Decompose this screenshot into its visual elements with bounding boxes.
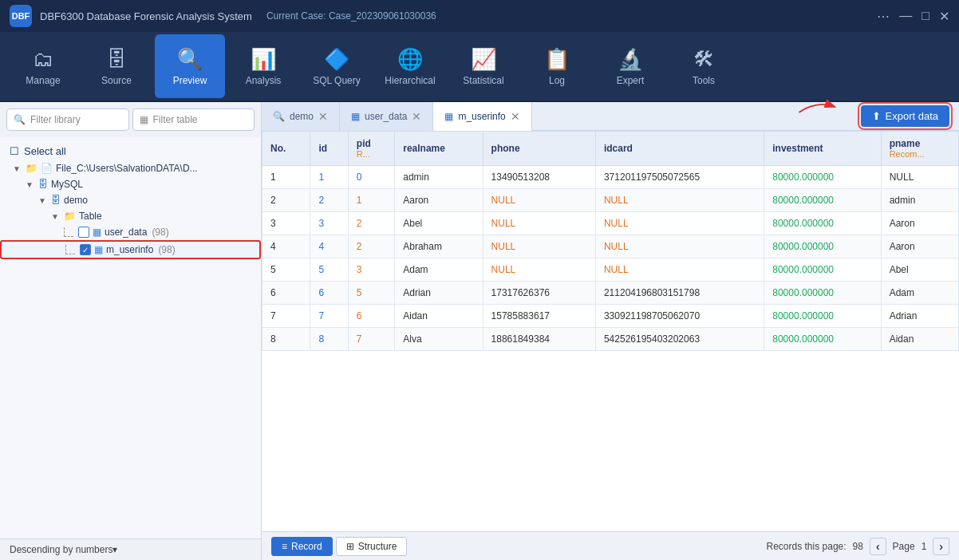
cell-pid[interactable]: 7 [348,328,394,351]
cell-id[interactable]: 4 [310,235,348,258]
filter-library-input[interactable]: 🔍 Filter library [6,108,129,131]
select-all-checkbox[interactable]: ☐ [10,145,19,157]
tab-m-userinfo[interactable]: ▦ m_userinfo ✕ [433,102,531,131]
cell-investment: 80000.000000 [764,235,881,258]
toolbar-source-label: Source [101,75,132,86]
next-page-button[interactable]: › [933,538,949,555]
sort-label[interactable]: Descending by numbers▾ [10,544,117,555]
tab-demo-close[interactable]: ✕ [318,110,328,123]
cell-id[interactable]: 7 [310,305,348,328]
expand-icon-mysql: ▼ [26,180,35,189]
window-controls[interactable]: ⋯ — □ ✕ [877,9,949,24]
cell-pid[interactable]: 3 [348,258,394,282]
cell-id[interactable]: 5 [310,258,348,282]
prev-page-button[interactable]: ‹ [870,538,886,555]
cell-no: 2 [262,189,310,212]
tab-user-data-close[interactable]: ✕ [412,110,421,123]
table-header-row: No. id pid R... realname phone idcard in… [262,132,959,166]
cell-id[interactable]: 3 [310,212,348,235]
toolbar-analysis[interactable]: 📊 Analysis [228,34,298,98]
user-data-checkbox[interactable] [78,227,89,238]
tree-m-userinfo-label: m_userinfo [106,244,153,255]
select-all[interactable]: ☐ Select all [0,142,261,160]
cell-pname: Adrian [881,305,958,328]
col-header-realname: realname [395,132,483,166]
tree-user-data-count: (98) [152,227,168,238]
cell-pid[interactable]: 1 [348,189,394,212]
expert-icon: 🔬 [618,47,643,72]
sidebar-tree: ☐ Select all ▼ 📁 📄 File_C:\Users\Salvati… [0,137,261,538]
tabs-bar: 🔍 demo ✕ ▦ user_data ✕ ▦ m_userinfo ✕ [262,102,959,131]
tree-file-node[interactable]: ▼ 📁 📄 File_C:\Users\SalvationDATA\D... [0,160,261,176]
minimize-icon[interactable]: — [899,9,912,24]
tab-user-data-label: user_data [365,111,407,122]
tree-m-userinfo-node[interactable]: ✓ ▦ m_userinfo (98) [0,240,261,259]
db-icon-demo: 🗄 [51,195,61,206]
tree-demo-node[interactable]: ▼ 🗄 demo [0,192,261,208]
cell-pname: NULL [881,166,958,189]
cell-pid[interactable]: 2 [348,235,394,258]
toolbar-preview[interactable]: 🔍 Preview [155,34,225,98]
export-data-button[interactable]: ⬆ Export data [861,105,950,127]
toolbar-log[interactable]: 📋 Log [522,34,592,98]
cell-id[interactable]: 6 [310,282,348,305]
toolbar-analysis-label: Analysis [246,75,282,86]
cell-pid[interactable]: 6 [348,305,394,328]
filter-table-input[interactable]: ▦ Filter table [132,108,255,131]
cell-id[interactable]: 2 [310,189,348,212]
expand-icon-table: ▼ [51,212,61,221]
content-area: 🔍 demo ✕ ▦ user_data ✕ ▦ m_userinfo ✕ [262,102,959,560]
col-header-phone: phone [483,132,595,166]
tab-demo-label: demo [290,111,314,122]
preview-icon: 🔍 [177,47,203,72]
records-count: 98 [853,541,863,552]
record-tab[interactable]: ≡ Record [271,537,333,556]
cell-no: 7 [262,305,310,328]
toolbar-source[interactable]: 🗄 Source [81,34,152,98]
filter-icon: ▦ [140,114,148,125]
tree-file-label: File_C:\Users\SalvationDATA\D... [56,163,198,174]
toolbar-tools[interactable]: 🛠 Tools [669,34,739,98]
cell-pid[interactable]: 2 [348,212,394,235]
tab-m-userinfo-close[interactable]: ✕ [511,110,520,123]
cell-realname: Abraham [395,235,483,258]
tree-table-folder[interactable]: ▼ 📁 Table [0,208,261,224]
toolbar: 🗂 Manage 🗄 Source 🔍 Preview 📊 Analysis 🔷… [0,32,959,102]
table-body: 110admin13490513208371201197505072565800… [262,166,959,351]
toolbar-expert-label: Expert [617,75,645,86]
cell-pid[interactable]: 0 [348,166,394,189]
toolbar-preview-label: Preview [173,75,207,86]
bottom-bar: ≡ Record ⊞ Structure Records this page: … [262,531,959,560]
toolbar-manage[interactable]: 🗂 Manage [8,34,78,98]
cell-realname: Alva [395,328,483,351]
tools-icon: 🛠 [693,47,714,72]
tree-user-data-node[interactable]: ▦ user_data (98) [0,224,261,240]
hierarchical-icon: 🌐 [397,47,423,72]
red-arrow [793,94,841,118]
tab-demo[interactable]: 🔍 demo ✕ [262,102,340,131]
structure-tab[interactable]: ⊞ Structure [336,537,408,556]
tab-m-userinfo-icon: ▦ [444,111,453,122]
close-icon[interactable]: ✕ [939,9,949,24]
menu-icon[interactable]: ⋯ [877,9,890,24]
toolbar-statistical[interactable]: 📈 Statistical [448,34,519,98]
tree-mysql-node[interactable]: ▼ 🗄 MySQL [0,176,261,192]
maximize-icon[interactable]: □ [922,9,929,24]
toolbar-hierarchical[interactable]: 🌐 Hierarchical [375,34,445,98]
cell-investment: 80000.000000 [764,282,881,305]
col-header-id: id [310,132,348,166]
toolbar-sql-query-label: SQL Query [313,75,361,86]
cell-id[interactable]: 8 [310,328,348,351]
toolbar-sql-query[interactable]: 🔷 SQL Query [302,34,372,98]
cell-pid[interactable]: 5 [348,282,394,305]
m-userinfo-checkbox[interactable]: ✓ [80,244,91,255]
cell-idcard: 542526195403202063 [595,328,764,351]
tab-user-data[interactable]: ▦ user_data ✕ [340,102,433,131]
record-label: Record [291,541,322,552]
m-userinfo-table-icon: ▦ [94,244,103,255]
structure-label: Structure [358,541,397,552]
cell-id[interactable]: 1 [310,166,348,189]
tree-demo-label: demo [64,195,88,206]
table-row: 221AaronNULLNULL80000.000000admin [262,189,959,212]
toolbar-expert[interactable]: 🔬 Expert [595,34,665,98]
